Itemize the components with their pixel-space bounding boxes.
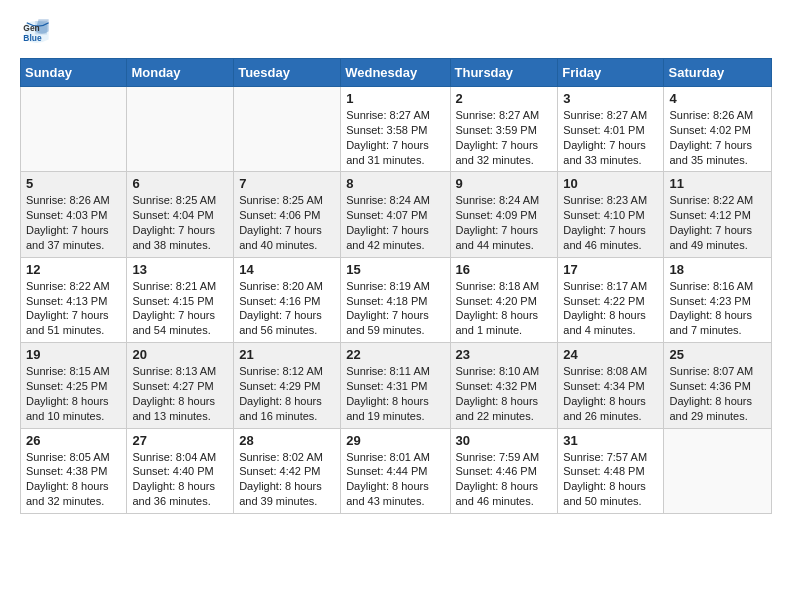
day-number: 29 — [346, 433, 444, 448]
calendar-cell: 10Sunrise: 8:23 AM Sunset: 4:10 PM Dayli… — [558, 172, 664, 257]
day-number: 9 — [456, 176, 553, 191]
calendar-cell: 20Sunrise: 8:13 AM Sunset: 4:27 PM Dayli… — [127, 343, 234, 428]
calendar-cell: 22Sunrise: 8:11 AM Sunset: 4:31 PM Dayli… — [341, 343, 450, 428]
day-info: Sunrise: 8:25 AM Sunset: 4:04 PM Dayligh… — [132, 193, 228, 252]
day-number: 31 — [563, 433, 658, 448]
day-number: 27 — [132, 433, 228, 448]
day-number: 24 — [563, 347, 658, 362]
calendar-cell — [127, 87, 234, 172]
day-info: Sunrise: 8:19 AM Sunset: 4:18 PM Dayligh… — [346, 279, 444, 338]
day-info: Sunrise: 8:24 AM Sunset: 4:07 PM Dayligh… — [346, 193, 444, 252]
day-number: 15 — [346, 262, 444, 277]
day-info: Sunrise: 8:08 AM Sunset: 4:34 PM Dayligh… — [563, 364, 658, 423]
day-info: Sunrise: 8:18 AM Sunset: 4:20 PM Dayligh… — [456, 279, 553, 338]
day-info: Sunrise: 8:13 AM Sunset: 4:27 PM Dayligh… — [132, 364, 228, 423]
day-number: 21 — [239, 347, 335, 362]
calendar-cell: 15Sunrise: 8:19 AM Sunset: 4:18 PM Dayli… — [341, 257, 450, 342]
day-number: 18 — [669, 262, 766, 277]
day-number: 6 — [132, 176, 228, 191]
day-info: Sunrise: 8:12 AM Sunset: 4:29 PM Dayligh… — [239, 364, 335, 423]
day-info: Sunrise: 8:22 AM Sunset: 4:12 PM Dayligh… — [669, 193, 766, 252]
weekday-header-thursday: Thursday — [450, 59, 558, 87]
day-info: Sunrise: 8:10 AM Sunset: 4:32 PM Dayligh… — [456, 364, 553, 423]
day-number: 1 — [346, 91, 444, 106]
calendar-cell: 21Sunrise: 8:12 AM Sunset: 4:29 PM Dayli… — [234, 343, 341, 428]
calendar-cell: 19Sunrise: 8:15 AM Sunset: 4:25 PM Dayli… — [21, 343, 127, 428]
svg-text:Blue: Blue — [23, 33, 42, 43]
day-info: Sunrise: 8:15 AM Sunset: 4:25 PM Dayligh… — [26, 364, 121, 423]
weekday-header-row: SundayMondayTuesdayWednesdayThursdayFrid… — [21, 59, 772, 87]
day-number: 26 — [26, 433, 121, 448]
day-number: 30 — [456, 433, 553, 448]
calendar-cell: 25Sunrise: 8:07 AM Sunset: 4:36 PM Dayli… — [664, 343, 772, 428]
calendar-cell: 5Sunrise: 8:26 AM Sunset: 4:03 PM Daylig… — [21, 172, 127, 257]
calendar-cell — [21, 87, 127, 172]
calendar-cell: 26Sunrise: 8:05 AM Sunset: 4:38 PM Dayli… — [21, 428, 127, 513]
calendar-week-row: 5Sunrise: 8:26 AM Sunset: 4:03 PM Daylig… — [21, 172, 772, 257]
calendar-week-row: 12Sunrise: 8:22 AM Sunset: 4:13 PM Dayli… — [21, 257, 772, 342]
day-info: Sunrise: 7:57 AM Sunset: 4:48 PM Dayligh… — [563, 450, 658, 509]
day-number: 2 — [456, 91, 553, 106]
day-number: 14 — [239, 262, 335, 277]
weekday-header-tuesday: Tuesday — [234, 59, 341, 87]
day-number: 13 — [132, 262, 228, 277]
day-number: 25 — [669, 347, 766, 362]
calendar-cell: 14Sunrise: 8:20 AM Sunset: 4:16 PM Dayli… — [234, 257, 341, 342]
page: Gen Blue SundayMondayTuesdayWednesdayThu… — [0, 0, 792, 530]
day-number: 22 — [346, 347, 444, 362]
day-info: Sunrise: 8:17 AM Sunset: 4:22 PM Dayligh… — [563, 279, 658, 338]
logo: Gen Blue — [20, 16, 56, 48]
day-number: 23 — [456, 347, 553, 362]
calendar-cell — [664, 428, 772, 513]
calendar-week-row: 1Sunrise: 8:27 AM Sunset: 3:58 PM Daylig… — [21, 87, 772, 172]
calendar-cell: 1Sunrise: 8:27 AM Sunset: 3:58 PM Daylig… — [341, 87, 450, 172]
weekday-header-wednesday: Wednesday — [341, 59, 450, 87]
calendar-cell: 18Sunrise: 8:16 AM Sunset: 4:23 PM Dayli… — [664, 257, 772, 342]
day-number: 10 — [563, 176, 658, 191]
day-info: Sunrise: 8:25 AM Sunset: 4:06 PM Dayligh… — [239, 193, 335, 252]
day-info: Sunrise: 8:23 AM Sunset: 4:10 PM Dayligh… — [563, 193, 658, 252]
day-info: Sunrise: 8:04 AM Sunset: 4:40 PM Dayligh… — [132, 450, 228, 509]
calendar-cell: 29Sunrise: 8:01 AM Sunset: 4:44 PM Dayli… — [341, 428, 450, 513]
day-info: Sunrise: 8:21 AM Sunset: 4:15 PM Dayligh… — [132, 279, 228, 338]
header: Gen Blue — [20, 16, 772, 48]
calendar-cell: 9Sunrise: 8:24 AM Sunset: 4:09 PM Daylig… — [450, 172, 558, 257]
day-number: 4 — [669, 91, 766, 106]
day-info: Sunrise: 8:27 AM Sunset: 4:01 PM Dayligh… — [563, 108, 658, 167]
calendar-cell: 12Sunrise: 8:22 AM Sunset: 4:13 PM Dayli… — [21, 257, 127, 342]
day-info: Sunrise: 8:27 AM Sunset: 3:59 PM Dayligh… — [456, 108, 553, 167]
calendar-cell: 4Sunrise: 8:26 AM Sunset: 4:02 PM Daylig… — [664, 87, 772, 172]
day-info: Sunrise: 8:02 AM Sunset: 4:42 PM Dayligh… — [239, 450, 335, 509]
weekday-header-monday: Monday — [127, 59, 234, 87]
calendar-cell: 28Sunrise: 8:02 AM Sunset: 4:42 PM Dayli… — [234, 428, 341, 513]
day-info: Sunrise: 8:27 AM Sunset: 3:58 PM Dayligh… — [346, 108, 444, 167]
calendar-cell: 16Sunrise: 8:18 AM Sunset: 4:20 PM Dayli… — [450, 257, 558, 342]
day-number: 28 — [239, 433, 335, 448]
day-info: Sunrise: 8:22 AM Sunset: 4:13 PM Dayligh… — [26, 279, 121, 338]
logo-icon: Gen Blue — [20, 16, 52, 48]
day-number: 16 — [456, 262, 553, 277]
calendar-cell: 31Sunrise: 7:57 AM Sunset: 4:48 PM Dayli… — [558, 428, 664, 513]
calendar-table: SundayMondayTuesdayWednesdayThursdayFrid… — [20, 58, 772, 514]
day-number: 5 — [26, 176, 121, 191]
day-info: Sunrise: 8:26 AM Sunset: 4:03 PM Dayligh… — [26, 193, 121, 252]
day-number: 17 — [563, 262, 658, 277]
day-info: Sunrise: 8:20 AM Sunset: 4:16 PM Dayligh… — [239, 279, 335, 338]
day-info: Sunrise: 8:05 AM Sunset: 4:38 PM Dayligh… — [26, 450, 121, 509]
calendar-cell: 11Sunrise: 8:22 AM Sunset: 4:12 PM Dayli… — [664, 172, 772, 257]
day-number: 20 — [132, 347, 228, 362]
day-info: Sunrise: 8:01 AM Sunset: 4:44 PM Dayligh… — [346, 450, 444, 509]
calendar-cell: 24Sunrise: 8:08 AM Sunset: 4:34 PM Dayli… — [558, 343, 664, 428]
day-info: Sunrise: 8:07 AM Sunset: 4:36 PM Dayligh… — [669, 364, 766, 423]
calendar-week-row: 26Sunrise: 8:05 AM Sunset: 4:38 PM Dayli… — [21, 428, 772, 513]
day-info: Sunrise: 8:24 AM Sunset: 4:09 PM Dayligh… — [456, 193, 553, 252]
calendar-cell: 23Sunrise: 8:10 AM Sunset: 4:32 PM Dayli… — [450, 343, 558, 428]
day-number: 12 — [26, 262, 121, 277]
day-info: Sunrise: 7:59 AM Sunset: 4:46 PM Dayligh… — [456, 450, 553, 509]
svg-text:Gen: Gen — [23, 23, 39, 33]
day-info: Sunrise: 8:26 AM Sunset: 4:02 PM Dayligh… — [669, 108, 766, 167]
calendar-week-row: 19Sunrise: 8:15 AM Sunset: 4:25 PM Dayli… — [21, 343, 772, 428]
day-number: 11 — [669, 176, 766, 191]
calendar-cell: 6Sunrise: 8:25 AM Sunset: 4:04 PM Daylig… — [127, 172, 234, 257]
weekday-header-sunday: Sunday — [21, 59, 127, 87]
